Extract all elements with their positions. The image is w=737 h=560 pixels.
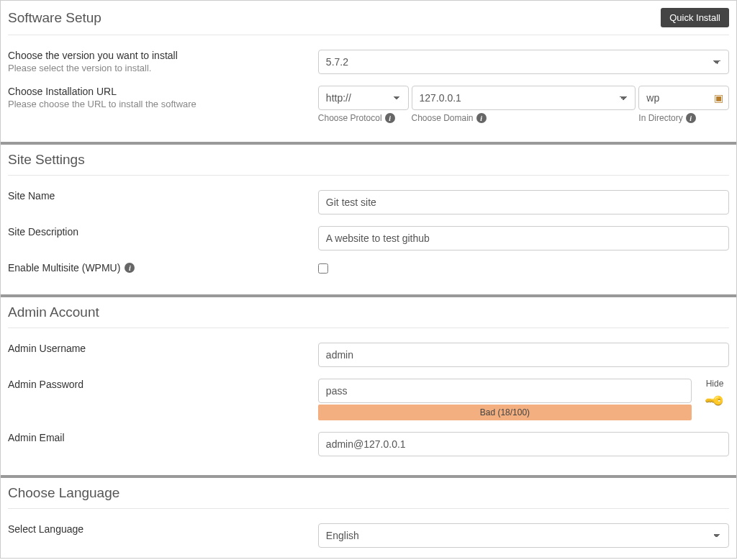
section-admin-account: Admin Account Admin Username Admin Passw… xyxy=(1,297,736,478)
version-label: Choose the version you want to install xyxy=(8,50,178,61)
key-icon[interactable]: 🔑 xyxy=(703,389,725,412)
admin-email-label: Admin Email xyxy=(8,432,65,443)
domain-helper: Choose Domain xyxy=(412,113,474,123)
info-icon[interactable]: i xyxy=(385,113,395,123)
hide-password-toggle[interactable]: Hide xyxy=(700,379,729,389)
section-software-setup: Software Setup Quick Install Choose the … xyxy=(1,1,736,145)
version-select[interactable]: 5.7.2 xyxy=(318,50,729,74)
password-strength-bar: Bad (18/100) xyxy=(318,405,692,420)
install-url-label: Choose Installation URL xyxy=(8,86,117,97)
section-site-settings: Site Settings Site Name Site Description… xyxy=(1,145,736,297)
site-name-input[interactable] xyxy=(318,190,729,214)
select-language-label: Select Language xyxy=(8,523,83,535)
admin-username-input[interactable] xyxy=(318,343,729,367)
info-icon[interactable]: i xyxy=(476,113,487,123)
section-choose-language: Choose Language Select Language English xyxy=(1,478,736,558)
admin-email-input[interactable] xyxy=(318,432,729,456)
admin-account-title: Admin Account xyxy=(8,304,99,320)
site-desc-label: Site Description xyxy=(8,226,78,238)
site-settings-title: Site Settings xyxy=(8,152,85,168)
admin-password-input[interactable] xyxy=(318,379,692,403)
folder-icon[interactable]: ▣ xyxy=(714,92,723,104)
site-desc-input[interactable] xyxy=(318,226,729,250)
language-select[interactable]: English xyxy=(318,523,729,548)
info-icon[interactable]: i xyxy=(125,263,135,273)
quick-install-button[interactable]: Quick Install xyxy=(661,8,729,27)
multisite-checkbox[interactable] xyxy=(318,263,328,274)
version-sublabel: Please select the version to install. xyxy=(8,63,304,73)
choose-language-title: Choose Language xyxy=(8,485,119,501)
protocol-select[interactable]: http:// xyxy=(318,86,409,110)
software-setup-title: Software Setup xyxy=(8,10,101,26)
admin-username-label: Admin Username xyxy=(8,343,86,354)
info-icon[interactable]: i xyxy=(686,113,696,123)
directory-helper: In Directory xyxy=(638,113,682,123)
install-url-sublabel: Please choose the URL to install the sof… xyxy=(8,99,304,109)
protocol-helper: Choose Protocol xyxy=(318,113,382,123)
admin-password-label: Admin Password xyxy=(8,379,83,390)
site-name-label: Site Name xyxy=(8,190,55,202)
multisite-label: Enable Multisite (WPMU) xyxy=(8,262,120,274)
domain-select[interactable]: 127.0.0.1 xyxy=(412,86,636,110)
